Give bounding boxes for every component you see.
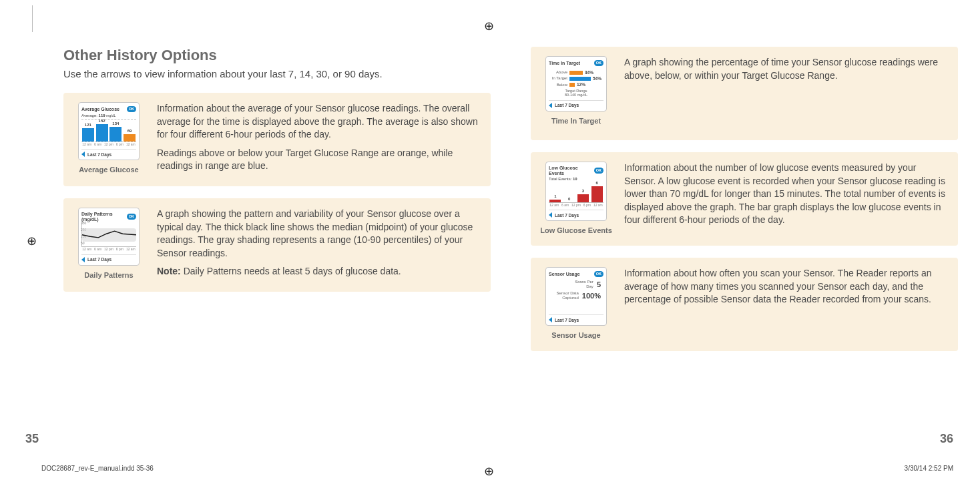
tit-row-above: Above 34% xyxy=(549,70,603,75)
thumb-column: Daily Patterns (mg/dL) OK 350 250 150 50… xyxy=(73,208,145,279)
thumb-column: Low Glucose Events OK Total Events: 10 1… xyxy=(540,162,612,234)
footer-date: 3/30/14 2:52 PM xyxy=(905,465,953,472)
section-average-glucose: Average Glucose OK Average: 119 mg/dL 12… xyxy=(63,93,491,186)
thumb-footer: Last 7 Days xyxy=(549,210,603,218)
thumb-column: Average Glucose OK Average: 119 mg/dL 12… xyxy=(73,102,145,174)
thumb-footer-label: Last 7 Days xyxy=(555,318,579,322)
desc-average-glucose: Information about the average of your Se… xyxy=(157,102,479,173)
avg-glucose-bars: 121 152 134 69 xyxy=(81,119,136,142)
thumb-caption: Low Glucose Events xyxy=(540,226,612,234)
target-range-line: Target Range 80-140 mg/dL xyxy=(549,89,603,97)
thumb-footer-label: Last 7 Days xyxy=(87,152,111,157)
desc-time-in-target: A graph showing the percentage of time y… xyxy=(624,56,946,82)
thumb-card-time-in-target: Time In Target OK Above 34% In Target 54… xyxy=(545,56,607,111)
desc-low-glucose: Information about the number of low gluc… xyxy=(624,162,946,227)
prev-arrow-icon[interactable] xyxy=(549,103,552,108)
thumb-header: Sensor Usage OK xyxy=(549,271,603,277)
print-footer: DOC28687_rev-E_manual.indd 35-36 3/30/14… xyxy=(41,465,953,472)
thumb-footer: Last 7 Days xyxy=(549,314,603,322)
section-time-in-target: Time In Target OK Above 34% In Target 54… xyxy=(531,47,958,140)
prev-arrow-icon[interactable] xyxy=(549,212,552,218)
ok-button[interactable]: OK xyxy=(594,271,603,277)
thumb-footer: Last 7 Days xyxy=(81,149,136,157)
prev-arrow-icon[interactable] xyxy=(549,317,552,322)
x-axis-ticks: 12 am6 am12 pm6 pm12 am xyxy=(81,248,136,252)
thumb-card-average-glucose: Average Glucose OK Average: 119 mg/dL 12… xyxy=(78,102,140,160)
page-number-right: 36 xyxy=(940,432,953,446)
page-subtitle: Use the arrows to view information about… xyxy=(63,68,491,79)
thumb-caption: Average Glucose xyxy=(79,166,138,174)
thumb-title: Average Glucose xyxy=(81,107,119,112)
sensor-usage-row-captured: Sensor Data Captured 100% xyxy=(549,291,601,300)
registration-mark-icon: ⊕ xyxy=(484,19,494,33)
prev-arrow-icon[interactable] xyxy=(81,257,85,262)
desc-sensor-usage: Information about how often you scan you… xyxy=(624,267,946,306)
ok-button[interactable]: OK xyxy=(127,214,136,220)
thumb-caption: Daily Patterns xyxy=(84,271,133,279)
thumb-footer: Last 7 Days xyxy=(549,100,603,108)
thumb-caption: Sensor Usage xyxy=(551,331,600,339)
thumb-header: Average Glucose OK xyxy=(81,106,136,112)
x-axis-ticks: 12 am6 am12 pm6 pm12 am xyxy=(549,204,603,208)
thumb-footer-label: Last 7 Days xyxy=(87,257,111,262)
page-number-left: 35 xyxy=(25,432,39,446)
thumb-title: Daily Patterns (mg/dL) xyxy=(81,212,127,222)
thumb-header: Low Glucose Events OK xyxy=(549,166,603,176)
thumb-average-line: Average: 119 mg/dL xyxy=(81,113,136,118)
page-title: Other History Options xyxy=(63,47,491,64)
crop-rule xyxy=(32,5,33,32)
thumb-card-daily-patterns: Daily Patterns (mg/dL) OK 350 250 150 50… xyxy=(78,208,140,266)
thumb-header: Daily Patterns (mg/dL) OK xyxy=(81,212,136,222)
ok-button[interactable]: OK xyxy=(594,60,603,66)
page-left: Other History Options Use the arrows to … xyxy=(63,47,491,304)
thumb-card-sensor-usage: Sensor Usage OK Scans Per Day 5 Sensor D… xyxy=(545,267,607,326)
tit-row-below: Below 12% xyxy=(549,82,603,87)
thumb-footer: Last 7 Days xyxy=(81,254,136,262)
ok-button[interactable]: OK xyxy=(127,106,136,112)
thumb-title: Time In Target xyxy=(549,61,580,66)
x-axis-ticks: 12 am6 am12 pm6 pm12 am xyxy=(81,143,136,147)
thumb-footer-label: Last 7 Days xyxy=(555,103,579,107)
section-sensor-usage: Sensor Usage OK Scans Per Day 5 Sensor D… xyxy=(531,258,958,351)
low-glucose-bars: 1 0 3 6 xyxy=(549,183,603,203)
desc-daily-patterns: A graph showing the pattern and variabil… xyxy=(157,208,479,278)
tit-row-in-target: In Target 54% xyxy=(549,76,603,81)
thumb-card-low-glucose: Low Glucose Events OK Total Events: 10 1… xyxy=(545,162,607,221)
thumb-title: Sensor Usage xyxy=(549,272,580,277)
section-low-glucose: Low Glucose Events OK Total Events: 10 1… xyxy=(531,152,958,246)
thumb-header: Time In Target OK xyxy=(549,60,603,66)
thumb-title: Low Glucose Events xyxy=(549,166,594,176)
prev-arrow-icon[interactable] xyxy=(81,152,85,157)
daily-patterns-chart: 350 250 150 50 xyxy=(81,223,136,247)
thumb-caption: Time In Target xyxy=(551,117,601,125)
sensor-usage-row-scans: Scans Per Day 5 xyxy=(549,280,601,288)
registration-mark-icon: ⊕ xyxy=(27,234,37,248)
thumb-footer-label: Last 7 Days xyxy=(555,213,579,218)
section-daily-patterns: Daily Patterns (mg/dL) OK 350 250 150 50… xyxy=(63,198,491,292)
thumb-column: Sensor Usage OK Scans Per Day 5 Sensor D… xyxy=(540,267,612,339)
footer-doc: DOC28687_rev-E_manual.indd 35-36 xyxy=(41,465,154,472)
page-right: Time In Target OK Above 34% In Target 54… xyxy=(531,47,958,363)
thumb-column: Time In Target OK Above 34% In Target 54… xyxy=(540,56,612,125)
ok-button[interactable]: OK xyxy=(594,168,603,174)
